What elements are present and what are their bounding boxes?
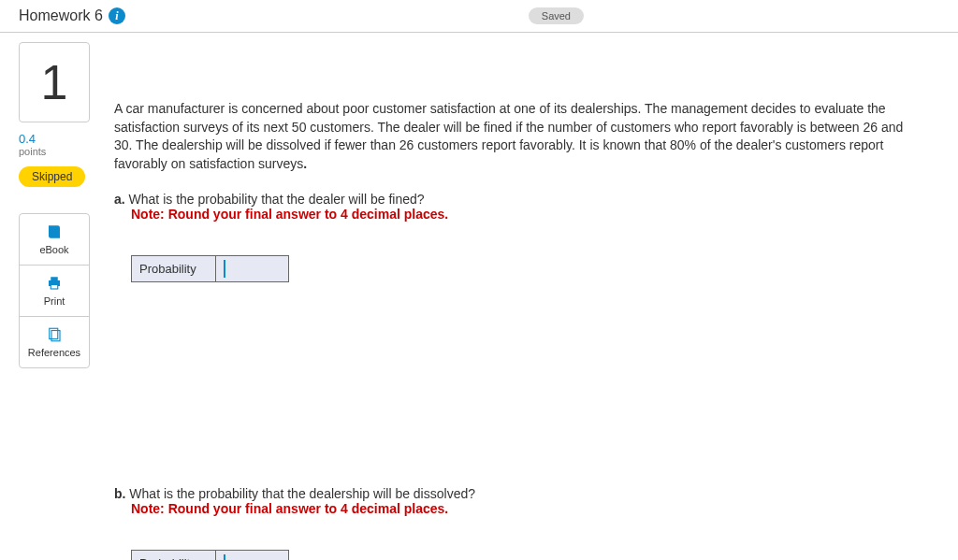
ebook-label: eBook (39, 244, 68, 255)
references-icon (23, 326, 85, 343)
part-b-question: b. What is the probability that the deal… (114, 486, 939, 501)
part-b-label: b. (114, 486, 125, 501)
references-label: References (28, 347, 80, 358)
print-label: Print (44, 295, 65, 307)
side-tools: eBook Print References (19, 213, 90, 368)
table-row: Probability (132, 256, 289, 282)
probability-label-a: Probability (132, 256, 216, 282)
svg-rect-1 (51, 277, 58, 280)
points-value: 0.4 (19, 132, 92, 146)
probability-label-b: Probability (132, 551, 216, 560)
part-b-note: Note: Round your final answer to 4 decim… (131, 501, 939, 516)
book-icon (23, 223, 85, 240)
part-a: a. What is the probability that the deal… (114, 192, 939, 282)
spacer (114, 299, 939, 486)
problem-statement: A car manufacturer is concerned about po… (114, 100, 919, 173)
homework-title: Homework 6 (19, 7, 103, 24)
info-icon[interactable]: i (109, 7, 125, 24)
points-label: points (19, 146, 92, 157)
saved-badge: Saved (529, 7, 584, 24)
part-a-note: Note: Round your final answer to 4 decim… (131, 207, 939, 222)
part-b-text: What is the probability that the dealers… (125, 486, 475, 501)
content-area: 1 0.4 points Skipped eBook Print Ref (0, 33, 958, 560)
print-icon (23, 275, 85, 292)
question-number: 1 (19, 42, 90, 122)
part-a-question: a. What is the probability that the deal… (114, 192, 939, 207)
probability-input-b[interactable] (224, 554, 281, 560)
question-sidebar: 1 0.4 points Skipped eBook Print Ref (19, 42, 92, 560)
probability-input-a[interactable] (224, 260, 281, 278)
ebook-button[interactable]: eBook (20, 214, 89, 266)
part-b-table: Probability (131, 550, 289, 560)
part-a-label: a. (114, 192, 125, 207)
question-main: A car manufacturer is concerned about po… (114, 42, 939, 560)
svg-rect-2 (51, 285, 58, 290)
status-badge: Skipped (19, 166, 85, 187)
part-b: b. What is the probability that the deal… (114, 486, 939, 560)
print-button[interactable]: Print (20, 266, 89, 317)
references-button[interactable]: References (20, 317, 89, 367)
part-a-text: What is the probability that the dealer … (125, 192, 425, 207)
top-bar: Homework 6 i Saved (0, 0, 958, 33)
table-row: Probability (132, 551, 289, 560)
part-a-table: Probability (131, 255, 289, 282)
